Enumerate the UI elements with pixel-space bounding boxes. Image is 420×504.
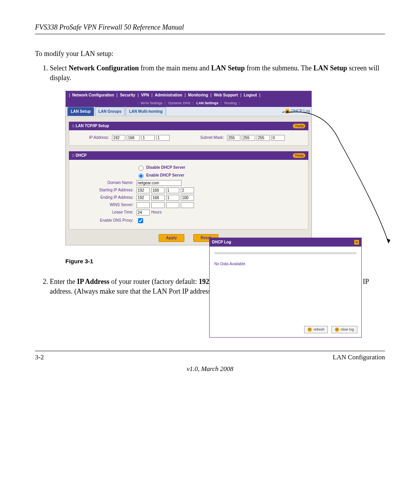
log-bar <box>214 252 357 254</box>
lease-time-unit: Hours <box>151 210 162 215</box>
ending-ip-label: Ending IP Address: <box>73 195 133 200</box>
step1-b1: Network Configuration <box>68 64 139 72</box>
manual-header: FVS338 ProSafe VPN Firewall 50 Reference… <box>35 23 385 34</box>
starting-ip-label: Starting IP Address: <box>73 187 133 193</box>
no-data-text: No Data Available. <box>214 262 246 266</box>
dhcp-log-popup: DHCP Log ✕ No Data Available. ↻refresh ✕… <box>209 238 362 338</box>
ip-octet-2[interactable] <box>127 135 140 141</box>
nav-web-support[interactable]: Web Support <box>213 93 239 98</box>
nav-logout[interactable]: Logout <box>243 93 258 98</box>
refresh-button[interactable]: ↻refresh <box>304 326 328 333</box>
nav-administration[interactable]: Administration <box>154 93 183 98</box>
dhcp-log-title: DHCP Log <box>212 240 231 245</box>
step1-b2: LAN Setup <box>211 64 245 72</box>
tab-lan-multi-homing[interactable]: LAN Multi-homing <box>126 107 166 116</box>
panel-dhcp-title: DHCP <box>75 153 86 158</box>
version-text: v1.0, March 2008 <box>35 365 385 373</box>
nav-network-configuration[interactable]: Network Configuration <box>72 93 115 98</box>
panel-lan-tcpip-title: LAN TCP/IP Setup <box>75 123 109 129</box>
sub-menu: ::WAN Settings:: Dynamic DNS:: LAN Setti… <box>66 100 312 107</box>
mask-octet-3[interactable] <box>257 135 270 141</box>
step1-b3: LAN Setup <box>313 64 347 72</box>
start-ip-1[interactable] <box>136 187 150 193</box>
start-ip-4[interactable] <box>181 187 194 193</box>
nav-vpn[interactable]: VPN <box>140 93 150 98</box>
disable-dhcp-radio[interactable] <box>138 166 144 171</box>
subnav-dynamic-dns[interactable]: Dynamic DNS <box>168 101 191 105</box>
panel-dhcp: :: DHCP ?help Disable DHCP Server Enable… <box>69 151 308 229</box>
step-1: Select Network Configuration from the ma… <box>50 63 385 265</box>
ip-octet-4[interactable] <box>156 135 170 141</box>
start-ip-2[interactable] <box>151 187 164 193</box>
apply-button[interactable]: Apply <box>159 234 184 242</box>
wins-2[interactable] <box>151 202 164 208</box>
nav-monitoring[interactable]: Monitoring <box>187 93 209 98</box>
step1-mid: from the main menu and <box>139 64 211 72</box>
step1-mid2: from the submenu. The <box>245 64 313 72</box>
intro-text: To modify your LAN setup: <box>35 50 385 58</box>
enable-dhcp-radio[interactable] <box>138 173 144 178</box>
clear-log-button[interactable]: ✕clear log <box>331 326 357 333</box>
close-icon[interactable]: ✕ <box>354 240 359 245</box>
dns-proxy-checkbox[interactable] <box>138 218 143 223</box>
wins-server-label: WINS Server: <box>73 202 133 208</box>
end-ip-1[interactable] <box>136 195 150 201</box>
router-admin-ui: | Network Configuration| Security| VPN| … <box>65 91 312 245</box>
dhcp-log-link[interactable]: ➔ DHCP Log <box>285 108 310 114</box>
help-link-tcpip[interactable]: ?help <box>293 124 305 129</box>
main-menu: | Network Configuration| Security| VPN| … <box>66 91 312 100</box>
dns-proxy-label: Enable DNS Proxy: <box>73 218 133 223</box>
step2-b1: IP Address <box>77 278 109 285</box>
page-footer: 3-2 LAN Configuration <box>35 351 385 361</box>
ip-octet-3[interactable] <box>142 135 155 141</box>
ip-address-label: IP Address: <box>73 135 109 140</box>
end-ip-4[interactable] <box>181 195 194 201</box>
wins-3[interactable] <box>166 202 179 208</box>
wins-1[interactable] <box>136 202 150 208</box>
tab-lan-setup[interactable]: LAN Setup <box>67 107 94 116</box>
arrow-right-icon: ➔ <box>285 109 290 114</box>
nav-security[interactable]: Security <box>119 93 136 98</box>
step2-pre: Enter the <box>50 278 77 285</box>
page-number: 3-2 <box>35 354 44 361</box>
domain-name-label: Domain Name: <box>73 180 133 186</box>
clear-icon: ✕ <box>335 327 339 332</box>
mask-octet-1[interactable] <box>227 135 240 141</box>
lease-time-input[interactable] <box>136 210 150 215</box>
tab-bar: LAN Setup LAN Groups LAN Multi-homing ➔ … <box>66 107 312 116</box>
figure-3-1: | Network Configuration| Security| VPN| … <box>65 91 385 245</box>
help-link-dhcp[interactable]: ?help <box>293 153 305 158</box>
end-ip-2[interactable] <box>151 195 164 201</box>
lease-time-label: Lease Time: <box>73 210 133 215</box>
start-ip-3[interactable] <box>166 187 179 193</box>
subnav-wan-settings[interactable]: WAN Settings <box>141 101 163 105</box>
enable-dhcp-label: Enable DHCP Server <box>146 173 184 178</box>
subnet-mask-label: Subnet Mask: <box>189 135 224 140</box>
section-title: LAN Configuration <box>332 354 385 361</box>
tab-lan-groups[interactable]: LAN Groups <box>95 107 125 116</box>
step1-pre: Select <box>50 64 68 72</box>
dhcp-log-link-label: DHCP Log <box>291 108 310 114</box>
mask-octet-4[interactable] <box>271 135 285 141</box>
disable-dhcp-label: Disable DHCP Server <box>146 165 185 170</box>
step2-mid: of your router (factory default: <box>109 278 199 285</box>
panel-lan-tcpip: :: LAN TCP/IP Setup ?help IP Address: <box>69 122 308 146</box>
subnav-lan-settings[interactable]: LAN Settings <box>196 101 219 105</box>
end-ip-3[interactable] <box>166 195 179 201</box>
mask-octet-2[interactable] <box>242 135 255 141</box>
subnav-routing[interactable]: Routing <box>224 101 236 105</box>
ip-octet-1[interactable] <box>112 135 125 141</box>
domain-name-input[interactable] <box>136 180 182 186</box>
wins-4[interactable] <box>181 202 194 208</box>
refresh-icon: ↻ <box>308 327 312 332</box>
